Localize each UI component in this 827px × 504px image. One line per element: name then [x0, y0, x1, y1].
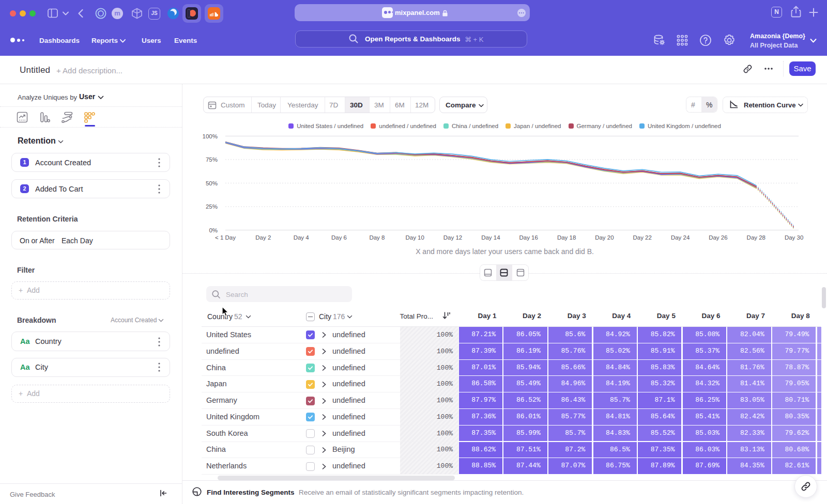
svg-text:Day 26: Day 26 — [709, 234, 727, 241]
svg-text:Day 18: Day 18 — [557, 234, 576, 241]
svg-text:Day 2: Day 2 — [255, 234, 271, 241]
svg-text:Day 16: Day 16 — [519, 234, 538, 241]
svg-text:75%: 75% — [206, 156, 218, 163]
svg-text:Day 4: Day 4 — [294, 234, 310, 241]
svg-text:Day 12: Day 12 — [443, 234, 462, 241]
svg-text:Day 14: Day 14 — [481, 234, 500, 241]
svg-text:Day 20: Day 20 — [595, 234, 614, 241]
svg-text:Day 28: Day 28 — [747, 234, 765, 241]
svg-text:100%: 100% — [203, 133, 218, 139]
svg-text:Day 6: Day 6 — [331, 234, 347, 241]
svg-text:25%: 25% — [206, 203, 218, 210]
svg-text:50%: 50% — [206, 180, 218, 186]
svg-text:Day 10: Day 10 — [405, 234, 424, 241]
svg-text:Day 24: Day 24 — [671, 234, 690, 241]
svg-text:Day 30: Day 30 — [785, 234, 803, 241]
svg-text:< 1 Day: < 1 Day — [215, 234, 236, 241]
svg-text:Day 22: Day 22 — [633, 234, 651, 241]
svg-text:0%: 0% — [209, 227, 218, 233]
svg-text:Day 8: Day 8 — [369, 234, 385, 241]
